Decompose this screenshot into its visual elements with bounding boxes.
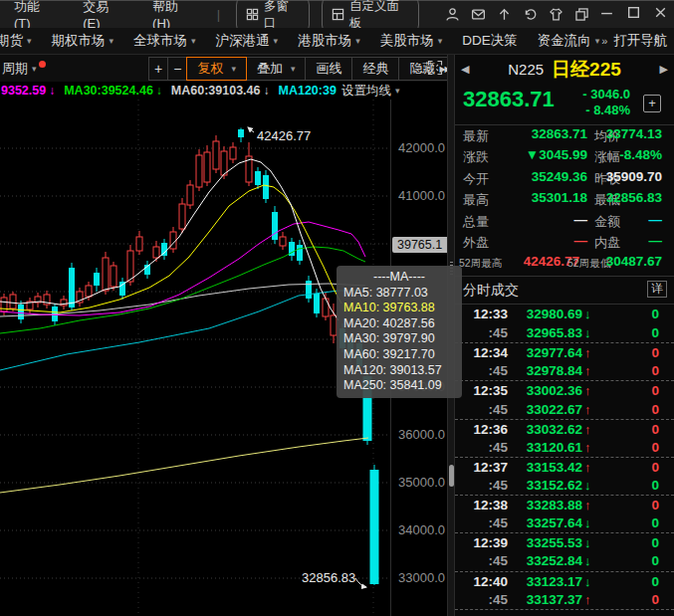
menu-bar: 功能(T)交易(E)帮助(H)	[0, 0, 209, 31]
tick-row: :4533257.64↓0	[455, 513, 674, 532]
menu-item[interactable]: 帮助(H)	[138, 0, 209, 31]
tooltip-row: MA20: 40287.56	[343, 316, 455, 332]
tick-price: 32978.84	[527, 363, 582, 378]
tick-price: 33120.61	[527, 440, 582, 455]
tick-price: 33152.62	[527, 478, 582, 493]
toolbar-button[interactable]: 经典	[351, 57, 399, 81]
window-controls	[599, 5, 668, 24]
nav-item-label: DDE决策	[462, 32, 518, 50]
navbar-items: 期货▾期权市场▾全球市场▾沪深港通▾港股市场▾美股市场▾DDE决策资金流向▾»	[0, 32, 615, 50]
tooltip-row: MA120: 39013.57	[343, 363, 455, 379]
nav-item[interactable]: DDE决策	[452, 32, 528, 50]
up-arrow-icon: ↑	[584, 440, 591, 455]
divider	[455, 609, 674, 610]
tick-row: :4533252.84↓0	[455, 551, 674, 570]
toolbar-button-label: 叠加	[257, 60, 283, 78]
symbol-name: 日经225	[552, 57, 621, 83]
shirt-skin-icon[interactable]	[549, 7, 563, 22]
tooltip-row: MA10: 39763.88	[343, 301, 455, 316]
tick-volume: 0	[651, 402, 659, 417]
splitter-handle[interactable]	[449, 465, 454, 487]
tick-time: :45	[455, 325, 508, 340]
close-icon[interactable]	[653, 5, 668, 24]
change-percent: - 8.48%	[585, 103, 630, 117]
tick-time: :45	[455, 592, 508, 607]
nav-item[interactable]: 美股市场▾	[370, 32, 453, 50]
nav-item[interactable]: 期权市场▾	[42, 32, 124, 50]
undo-icon[interactable]	[523, 7, 538, 22]
trading-app-window: 功能(T)交易(E)帮助(H) | 多窗口自定义面板 期货▾期权市场▾全球市场▾…	[0, 0, 674, 616]
titlebar-button-label: 多窗口	[264, 0, 300, 32]
menu-item[interactable]: 交易(E)	[69, 0, 138, 31]
prev-symbol-icon[interactable]: ◀	[461, 63, 469, 76]
ma-legend-items: 9352.59↓MA30:39524.46↓MA60:39103.46↓MA12…	[1, 84, 337, 98]
tick-price: 32965.83	[527, 325, 582, 340]
tick-time: 12:35	[455, 383, 508, 398]
tick-volume: 0	[651, 440, 659, 455]
nav-item-label: 港股市场	[298, 32, 351, 50]
user-icon[interactable]	[445, 7, 460, 22]
toolbar-button[interactable]: 复权▾	[186, 57, 247, 81]
stats-row: 涨跌▼3045.99涨幅-8.48%	[455, 146, 674, 167]
toolbar-button-label: +	[154, 61, 162, 77]
tick-row: :4533137.37↑0	[455, 590, 674, 609]
toolbar-button[interactable]: 叠加▾	[246, 57, 307, 81]
down-arrow-icon: ↓	[264, 84, 270, 98]
nav-item[interactable]: 期货▾	[0, 32, 42, 50]
stat-label: 总量	[463, 213, 489, 231]
expand-icon[interactable]	[427, 60, 443, 80]
tick-price: 33002.36	[527, 383, 582, 398]
nav-action[interactable]: 打开导航	[601, 32, 674, 50]
stat-label: 涨跌	[463, 148, 489, 166]
up-arrow-icon: ↑	[584, 402, 591, 417]
stat-value: 30487.67	[606, 254, 662, 269]
overlap-window-icon[interactable]	[574, 7, 589, 22]
tick-list: 12:3332980.69↓0:4532965.83↓012:3432977.6…	[455, 305, 674, 610]
next-symbol-icon[interactable]: ▶	[660, 63, 668, 76]
tick-time: 12:40	[455, 574, 508, 589]
chart-canvas[interactable]: 42426.7732856.83	[0, 100, 390, 616]
minimize-icon[interactable]	[599, 5, 614, 24]
stat-value: -8.48%	[619, 147, 662, 162]
quote-header: ◀ N225 日经225 ▶	[455, 55, 674, 84]
down-arrow-icon: ↓	[584, 574, 591, 589]
tick-time: 12:37	[455, 460, 508, 475]
ma-legend-item: MA120:39	[279, 84, 337, 98]
nav-item-label: 全球市场	[133, 32, 187, 50]
chevron-down-icon: ▾	[27, 36, 32, 46]
toolbar-button[interactable]: 画线	[305, 57, 352, 81]
toolbar-button[interactable]: +	[148, 57, 168, 81]
arrow-up-icon[interactable]	[497, 7, 512, 22]
tick-volume: 0	[651, 498, 659, 513]
main-area: 周期 ▾ +−复权▾叠加▾画线经典隐藏▶▶ 9352.59↓MA30:39524…	[0, 55, 674, 616]
nav-item-label: 期货	[0, 32, 23, 50]
stats-grid: 最新32863.71均价33774.13涨跌▼3045.99涨幅-8.48%今开…	[455, 125, 674, 275]
chevron-down-icon: ▾	[32, 64, 37, 74]
titlebar: 功能(T)交易(E)帮助(H) | 多窗口自定义面板	[0, 0, 674, 28]
nav-item[interactable]: 沪深港通▾	[206, 32, 289, 50]
chevron-down-icon: ▾	[110, 36, 114, 46]
menu-item[interactable]: 功能(T)	[0, 0, 69, 31]
stat-label: 52周最高	[459, 257, 502, 271]
nav-item[interactable]: 全球市场▾	[123, 32, 206, 50]
tick-volume: 0	[651, 325, 659, 340]
maximize-icon[interactable]	[626, 5, 641, 24]
toolbar-button-label: −	[173, 61, 181, 77]
toolbar-button[interactable]: −	[167, 57, 187, 81]
mail-icon[interactable]	[471, 7, 486, 22]
tick-detail-button[interactable]: 详	[647, 281, 667, 298]
ma-settings-dropdown[interactable]: 设置均线 ▾	[341, 83, 400, 100]
chevron-down-icon: ▾	[595, 36, 600, 46]
tick-row: :4533022.67↑0	[455, 400, 674, 419]
candlestick-chart[interactable]: 42426.7732856.83 42000.041000.037000.036…	[0, 100, 447, 616]
stat-label: 外盘	[463, 234, 489, 252]
nav-item[interactable]: 港股市场▾	[288, 32, 370, 50]
tick-list-title: 分时成交	[463, 282, 519, 300]
tick-price: 33252.84	[527, 553, 582, 568]
axis-tick-label: 35000.0	[398, 475, 445, 490]
chart-pane: 周期 ▾ +−复权▾叠加▾画线经典隐藏▶▶ 9352.59↓MA30:39524…	[0, 55, 447, 616]
axis-tick-label: 34000.0	[398, 522, 445, 537]
add-watchlist-button[interactable]: +	[643, 95, 661, 112]
period-dropdown[interactable]: 周期 ▾	[2, 55, 46, 82]
down-arrow-icon: ↓	[584, 535, 591, 550]
